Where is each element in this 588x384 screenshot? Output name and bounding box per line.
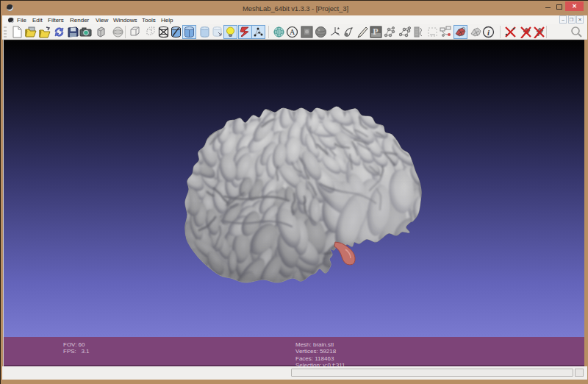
svg-text:P: P	[373, 26, 378, 37]
svg-text:i: i	[487, 28, 490, 37]
svg-text:A: A	[290, 28, 295, 36]
